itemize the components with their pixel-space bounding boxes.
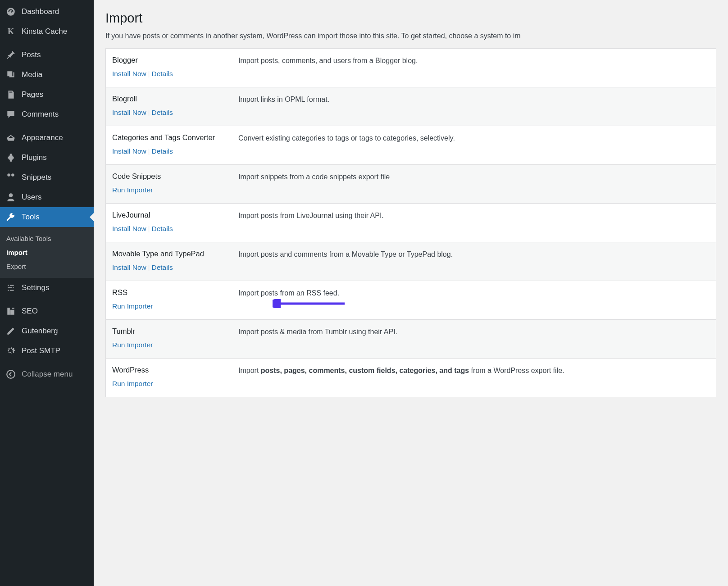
menu-label: Collapse menu — [22, 370, 73, 379]
run-importer-link[interactable]: Run Importer — [112, 302, 153, 310]
details-link[interactable]: Details — [151, 109, 173, 116]
intro-text: If you have posts or comments in another… — [105, 32, 716, 40]
tools-submenu: Available Tools Import Export — [0, 227, 94, 278]
media-icon — [5, 69, 16, 80]
install-now-link[interactable]: Install Now — [112, 109, 146, 116]
sidebar-item-dashboard[interactable]: Dashboard — [0, 2, 94, 22]
importer-description: Import posts, pages, comments, custom fi… — [238, 366, 564, 388]
menu-label: Snippets — [22, 173, 51, 182]
run-importer-link[interactable]: Run Importer — [112, 186, 153, 194]
menu-label: Comments — [22, 110, 59, 119]
importer-row: Code SnippetsRun ImporterImport snippets… — [106, 165, 716, 204]
settings-icon — [5, 282, 16, 293]
submenu-import[interactable]: Import — [0, 245, 94, 259]
menu-label: Users — [22, 193, 41, 202]
importer-actions: Install Now|Details — [112, 70, 238, 78]
importer-description: Import posts and comments from a Movable… — [238, 250, 453, 272]
kinsta-icon: K — [5, 26, 16, 37]
seo-icon — [5, 306, 16, 317]
details-link[interactable]: Details — [151, 70, 173, 77]
importer-actions: Run Importer — [112, 341, 238, 349]
importer-name: Categories and Tags Converter — [112, 133, 238, 142]
sidebar-item-plugins[interactable]: Plugins — [0, 148, 94, 168]
page-title: Import — [105, 11, 716, 26]
sidebar-item-comments[interactable]: Comments — [0, 104, 94, 124]
importer-row: WordPressRun ImporterImport posts, pages… — [106, 359, 716, 397]
sidebar-item-snippets[interactable]: Snippets — [0, 168, 94, 187]
importer-actions: Install Now|Details — [112, 109, 238, 117]
menu-label: Appearance — [22, 133, 63, 142]
details-link[interactable]: Details — [151, 225, 173, 232]
appearance-icon — [5, 132, 16, 143]
collapse-icon — [5, 369, 16, 380]
sidebar-item-users[interactable]: Users — [0, 187, 94, 207]
importer-actions: Install Now|Details — [112, 263, 238, 272]
gear-icon — [5, 345, 16, 356]
menu-label: Kinsta Cache — [22, 27, 67, 36]
importer-description: Import posts, comments, and users from a… — [238, 56, 418, 78]
install-now-link[interactable]: Install Now — [112, 263, 146, 271]
importer-name: Movable Type and TypePad — [112, 250, 238, 258]
importer-name: WordPress — [112, 366, 238, 374]
importer-actions: Run Importer — [112, 186, 238, 194]
main-content: Import If you have posts or comments in … — [94, 0, 728, 586]
admin-sidebar: Dashboard K Kinsta Cache Posts Media Pag… — [0, 0, 94, 586]
importer-row: BlogrollInstall Now|DetailsImport links … — [106, 87, 716, 126]
importer-row: RSSRun ImporterImport posts from an RSS … — [106, 281, 716, 320]
importer-actions: Install Now|Details — [112, 225, 238, 233]
scissors-icon — [5, 172, 16, 183]
importer-description: Import posts & media from Tumblr using t… — [238, 327, 397, 349]
sidebar-item-settings[interactable]: Settings — [0, 278, 94, 298]
importer-name: Tumblr — [112, 327, 238, 336]
user-icon — [5, 192, 16, 203]
submenu-available-tools[interactable]: Available Tools — [0, 232, 94, 245]
importer-row: Movable Type and TypePadInstall Now|Deta… — [106, 242, 716, 281]
importer-row: LiveJournalInstall Now|DetailsImport pos… — [106, 204, 716, 242]
importer-name: LiveJournal — [112, 211, 238, 219]
importer-description: Convert existing categories to tags or t… — [238, 133, 455, 155]
importer-description: Import links in OPML format. — [238, 95, 329, 117]
install-now-link[interactable]: Install Now — [112, 147, 146, 155]
sidebar-item-post-smtp[interactable]: Post SMTP — [0, 341, 94, 361]
sidebar-item-kinsta-cache[interactable]: K Kinsta Cache — [0, 22, 94, 41]
highlight-arrow-icon — [273, 299, 349, 308]
importer-row: Categories and Tags ConverterInstall Now… — [106, 126, 716, 165]
svg-point-0 — [7, 370, 15, 378]
comment-icon — [5, 109, 16, 120]
submenu-export[interactable]: Export — [0, 259, 94, 273]
menu-label: Pages — [22, 90, 43, 99]
menu-label: Plugins — [22, 153, 47, 162]
importer-name: Blogroll — [112, 95, 238, 103]
plugin-icon — [5, 152, 16, 163]
importer-actions: Run Importer — [112, 380, 238, 388]
details-link[interactable]: Details — [151, 263, 173, 271]
collapse-menu[interactable]: Collapse menu — [0, 364, 94, 384]
sidebar-item-appearance[interactable]: Appearance — [0, 128, 94, 148]
menu-label: Gutenberg — [22, 327, 58, 336]
importer-name: Code Snippets — [112, 172, 238, 181]
run-importer-link[interactable]: Run Importer — [112, 380, 153, 387]
importer-description: Import posts from LiveJournal using thei… — [238, 211, 384, 233]
wrench-icon — [5, 212, 16, 223]
menu-label: Dashboard — [22, 7, 59, 16]
sidebar-item-gutenberg[interactable]: Gutenberg — [0, 321, 94, 341]
run-importer-link[interactable]: Run Importer — [112, 341, 153, 349]
install-now-link[interactable]: Install Now — [112, 225, 146, 232]
sidebar-item-pages[interactable]: Pages — [0, 85, 94, 104]
install-now-link[interactable]: Install Now — [112, 70, 146, 77]
importer-table: BloggerInstall Now|DetailsImport posts, … — [105, 48, 716, 397]
sidebar-item-seo[interactable]: SEO — [0, 301, 94, 321]
menu-label: Posts — [22, 50, 41, 59]
importer-row: BloggerInstall Now|DetailsImport posts, … — [106, 49, 716, 87]
details-link[interactable]: Details — [151, 147, 173, 155]
importer-actions: Run Importer — [112, 302, 238, 310]
sidebar-item-tools[interactable]: Tools — [0, 207, 94, 227]
menu-label: Media — [22, 70, 42, 79]
menu-label: Post SMTP — [22, 346, 60, 355]
pencil-icon — [5, 326, 16, 336]
page-icon — [5, 89, 16, 100]
dashboard-icon — [5, 6, 16, 17]
sidebar-item-posts[interactable]: Posts — [0, 45, 94, 65]
sidebar-item-media[interactable]: Media — [0, 65, 94, 85]
importer-row: TumblrRun ImporterImport posts & media f… — [106, 320, 716, 359]
